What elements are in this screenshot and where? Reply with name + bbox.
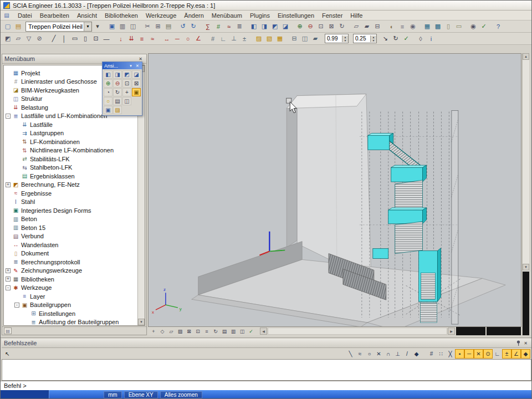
select-single-icon[interactable]: ◩ [3, 34, 13, 44]
tree-item[interactable]: ≣ Berechnungsprotokoll [4, 258, 137, 267]
tree-item[interactable]: ▥ Beton 15 [4, 223, 137, 232]
tree-expander[interactable]: + [6, 268, 11, 273]
clip-view-icon[interactable]: ◫ [238, 328, 247, 335]
grid-settings-icon[interactable]: # [208, 34, 218, 44]
view-side-icon[interactable]: ◨ [259, 22, 269, 32]
title-bar[interactable]: SCIA Engineer 16.1.3033 - [Treppen Poliz… [1, 1, 531, 11]
copy-icon[interactable]: ⊞ [153, 22, 163, 32]
length-snap-icon[interactable]: ± [502, 349, 511, 359]
tree-expander[interactable]: + [6, 277, 11, 282]
intersection-snap-icon[interactable]: ✕ [474, 349, 483, 359]
pin-icon[interactable] [515, 340, 522, 346]
refresh-icon[interactable]: ↻ [391, 34, 401, 44]
snap-point-icon[interactable]: ◆ [412, 349, 421, 359]
tree-dock-tab[interactable]: ▤ [4, 328, 12, 334]
tree-item[interactable]: - ✱ Werkzeuge [4, 284, 137, 293]
render-settings-icon[interactable]: ▰ [310, 34, 320, 44]
visibility-icon[interactable]: ◉ [408, 22, 418, 32]
grid-toggle-icon[interactable]: # [427, 349, 436, 359]
view-axo-icon[interactable]: ◪ [132, 70, 141, 79]
command-input[interactable] [1, 382, 532, 389]
scale-field[interactable]: 0.25 ▲▼ [353, 34, 377, 43]
rotate-view-icon[interactable]: ↻ [337, 22, 347, 32]
status-item[interactable]: Alles zoomen [160, 391, 202, 398]
zoom-selection-icon[interactable]: ◔ [104, 88, 112, 96]
layers-manager-icon[interactable]: ≡ [397, 22, 407, 32]
redo-icon[interactable]: ↻ [188, 22, 198, 32]
table-input-icon[interactable]: ▦ [422, 22, 432, 32]
coord-input-icon[interactable]: + [149, 328, 158, 335]
ucs-icon[interactable]: ⊥ [229, 34, 239, 44]
help-icon[interactable]: ? [493, 22, 503, 32]
light-icon[interactable]: ○ [104, 97, 112, 105]
mesh-icon[interactable]: # [213, 22, 223, 32]
center-snap-icon[interactable]: ⊙ [483, 349, 493, 359]
tree-item[interactable]: + ◩ Berechnung, FE-Netz [4, 181, 137, 190]
snap-perpendicular-icon[interactable]: ⊥ [393, 349, 402, 359]
view-photo-icon[interactable]: ◫ [122, 97, 131, 105]
menu-item[interactable]: Datei [14, 12, 36, 19]
view-side-icon[interactable]: ◨ [113, 70, 122, 79]
snap-slope-icon[interactable]: / [402, 349, 412, 359]
select-polygon-icon[interactable]: ▱ [13, 34, 23, 44]
viewport-scrollbar[interactable]: ▲ ▼ [522, 53, 529, 335]
tree-expander[interactable]: - [6, 285, 11, 290]
view-params-icon[interactable]: ▣ [104, 106, 112, 114]
layers-bottom-icon[interactable]: ≡ [202, 328, 211, 335]
results-icon[interactable]: ≈ [224, 22, 234, 32]
dot-grid-toggle-icon[interactable]: ∷ [436, 349, 446, 359]
measure-icon[interactable]: ± [239, 34, 249, 44]
menu-item[interactable]: Plugins [246, 12, 274, 19]
clipping-box-icon[interactable]: ⊟ [372, 22, 382, 32]
lock-view-icon[interactable]: ◊ [416, 34, 426, 44]
tree-item[interactable]: ↔ Wanderlasten [4, 241, 137, 249]
ortho-mode-icon[interactable]: ∟ [218, 34, 228, 44]
paste-icon[interactable]: ▤ [163, 22, 173, 32]
surface-load-icon[interactable]: ≡ [137, 34, 147, 44]
catalog-open-icon[interactable]: ▨ [254, 34, 264, 44]
print-preview-icon[interactable]: ◫ [128, 22, 138, 32]
tree-item[interactable]: ▤ Ergebnisklassen [4, 172, 137, 181]
view-front-icon[interactable]: ◧ [104, 70, 112, 79]
named-views-icon[interactable]: ▤ [220, 328, 229, 335]
view-palette[interactable]: Ansi... ▾ ✕ ◧◨◩◪⊕⊖⊡⊠◔↻+▣○▤◫▣▨ [102, 62, 142, 116]
engineering-report-icon[interactable]: ≣ [234, 22, 244, 32]
view-top-icon[interactable]: ◩ [270, 22, 280, 32]
tree-item[interactable]: ⇅ Nichtlineare LF-Kombinationen [4, 146, 137, 155]
cut-icon[interactable]: ✂ [142, 22, 152, 32]
selection-mode-icon[interactable]: ↖ [3, 349, 12, 359]
rotate-view-icon[interactable]: ↻ [113, 88, 122, 96]
draw-circle-icon[interactable]: ○ [183, 34, 193, 44]
menu-item[interactable]: Bibliotheken [101, 12, 142, 19]
spin-down-icon[interactable]: ▼ [372, 39, 375, 42]
beam-icon[interactable]: — [101, 34, 111, 44]
combo-dropdown-icon[interactable]: ▾ [84, 22, 91, 31]
tree-expander[interactable]: + [6, 182, 11, 187]
palette-dropdown-icon[interactable]: ▾ [128, 64, 134, 68]
tree-item[interactable]: ≡ Layer [4, 292, 137, 301]
tree-item[interactable]: ⇅ LF-Kombinationen [4, 137, 137, 146]
slab-icon[interactable]: ▭ [70, 34, 80, 44]
menu-item[interactable]: Werkzeuge [142, 12, 180, 19]
3d-model-canvas[interactable]: z x y [149, 54, 521, 326]
scroll-right-icon[interactable]: ▶ [448, 328, 455, 335]
point-load-icon[interactable]: ↓ [116, 34, 126, 44]
zoom-all-icon[interactable]: ⊠ [326, 22, 336, 32]
menu-item[interactable]: Hilfe [346, 12, 366, 19]
dimension-line-icon[interactable]: ↔ [162, 34, 172, 44]
snapshot-icon[interactable]: ◉ [468, 22, 478, 32]
tree-item[interactable]: ▥ Beton [4, 215, 137, 224]
snap-circle-icon[interactable]: ○ [365, 349, 374, 359]
camera-view-icon[interactable]: ◫ [300, 34, 310, 44]
endpoint-snap-icon[interactable]: ▪ [455, 349, 464, 359]
rotate-bottom-icon[interactable]: ↻ [211, 328, 220, 335]
tangent-snap-icon[interactable]: ◆ [521, 349, 530, 359]
deselect-icon[interactable]: ⊘ [34, 34, 44, 44]
view-top-icon[interactable]: ◩ [122, 70, 131, 79]
tree-item[interactable]: ⇊ Lastfälle [4, 120, 137, 129]
project-combo-value[interactable]: Treppen Polizei Heil [26, 23, 84, 30]
close-icon[interactable]: ✕ [522, 340, 529, 346]
wireframe-mode-icon[interactable]: ▱ [167, 328, 176, 335]
status-item[interactable]: mm [104, 391, 122, 398]
menu-item[interactable]: Ansicht [73, 12, 101, 19]
